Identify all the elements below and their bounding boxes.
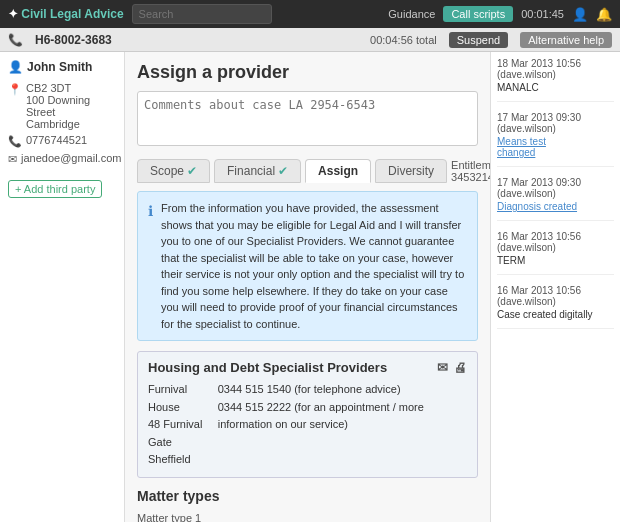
- history-text-5: Case created digitally: [497, 309, 614, 320]
- provider-box: Housing and Debt Specialist Providers ✉ …: [137, 351, 478, 478]
- search-input[interactable]: [132, 4, 272, 24]
- tab-diversity[interactable]: Diversity: [375, 159, 447, 183]
- email-icon: ✉: [8, 153, 17, 166]
- history-entry-2: 17 Mar 2013 09:30 (dave.wilson) Means te…: [497, 112, 614, 167]
- client-email: ✉ janedoe@gmail.com: [8, 152, 116, 166]
- history-entry-1: 18 Mar 2013 10:56 (dave.wilson) MANALC: [497, 58, 614, 102]
- phone-icon: 📞: [8, 135, 22, 148]
- timer-display: 00:01:45: [521, 8, 564, 20]
- client-phone: 📞 0776744521: [8, 134, 116, 148]
- total-timer: 00:04:56 total: [370, 34, 437, 46]
- user-icon[interactable]: 👤: [572, 7, 588, 22]
- tab-assign[interactable]: Assign: [305, 159, 371, 183]
- history-link-2[interactable]: Means testchanged: [497, 136, 614, 158]
- provider-details: Furnival House 48 Furnival Gate Sheffiel…: [148, 381, 467, 469]
- page-title: Assign a provider: [137, 62, 478, 83]
- history-date-4: 16 Mar 2013 10:56 (dave.wilson): [497, 231, 614, 253]
- history-date-5: 16 Mar 2013 10:56 (dave.wilson): [497, 285, 614, 307]
- left-sidebar: 👤 John Smith 📍 CB2 3DT 100 Downing Stree…: [0, 52, 125, 522]
- main-layout: 👤 John Smith 📍 CB2 3DT 100 Downing Stree…: [0, 52, 620, 522]
- comment-textarea[interactable]: [137, 91, 478, 146]
- case-id: H6-8002-3683: [35, 33, 112, 47]
- info-text: From the information you have provided, …: [161, 200, 467, 332]
- tab-bar: Scope✔ Financial✔ Assign Diversity Entit…: [137, 159, 478, 183]
- client-name: 👤 John Smith: [8, 60, 116, 74]
- info-box: ℹ From the information you have provided…: [137, 191, 478, 341]
- provider-title: Housing and Debt Specialist Providers ✉ …: [148, 360, 467, 375]
- notifications-icon[interactable]: 🔔: [596, 7, 612, 22]
- app-logo: ✦ Civil Legal Advice: [8, 7, 124, 21]
- suspend-button[interactable]: Suspend: [449, 32, 508, 48]
- history-date-1: 18 Mar 2013 10:56 (dave.wilson): [497, 58, 614, 80]
- history-text-1: MANALC: [497, 82, 614, 93]
- alternative-help-button[interactable]: Alternative help: [520, 32, 612, 48]
- provider-actions: ✉ 🖨: [437, 360, 467, 375]
- history-text-4: TERM: [497, 255, 614, 266]
- financial-check-icon: ✔: [278, 164, 288, 178]
- provider-email-icon[interactable]: ✉: [437, 360, 448, 375]
- phone-icon: 📞: [8, 33, 23, 47]
- nav-right: Guidance Call scripts 00:01:45 👤 🔔: [388, 6, 612, 22]
- right-sidebar: 18 Mar 2013 10:56 (dave.wilson) MANALC 1…: [490, 52, 620, 522]
- history-date-2: 17 Mar 2013 09:30 (dave.wilson): [497, 112, 614, 134]
- add-third-party-button[interactable]: + Add third party: [8, 180, 102, 198]
- top-navigation: ✦ Civil Legal Advice Guidance Call scrip…: [0, 0, 620, 28]
- provider-phone: 0344 515 1540 (for telephone advice) 034…: [218, 381, 467, 469]
- call-scripts-button[interactable]: Call scripts: [443, 6, 513, 22]
- history-link-3[interactable]: Diagnosis created: [497, 201, 614, 212]
- matter-type-1-label: Matter type 1: [137, 512, 478, 522]
- location-icon: 📍: [8, 83, 22, 96]
- case-bar: 📞 H6-8002-3683 00:04:56 total Suspend Al…: [0, 28, 620, 52]
- history-entry-5: 16 Mar 2013 10:56 (dave.wilson) Case cre…: [497, 285, 614, 329]
- history-entry-4: 16 Mar 2013 10:56 (dave.wilson) TERM: [497, 231, 614, 275]
- provider-print-icon[interactable]: 🖨: [454, 360, 467, 375]
- provider-address: Furnival House 48 Furnival Gate Sheffiel…: [148, 381, 208, 469]
- tab-financial[interactable]: Financial✔: [214, 159, 301, 183]
- matter-types-title: Matter types: [137, 488, 478, 504]
- history-date-3: 17 Mar 2013 09:30 (dave.wilson): [497, 177, 614, 199]
- search-box[interactable]: [132, 4, 272, 24]
- history-entry-3: 17 Mar 2013 09:30 (dave.wilson) Diagnosi…: [497, 177, 614, 221]
- scope-check-icon: ✔: [187, 164, 197, 178]
- center-content: Assign a provider Scope✔ Financial✔ Assi…: [125, 52, 490, 522]
- guidance-link[interactable]: Guidance: [388, 8, 435, 20]
- entitlement-label: Entitlement: 3453214: [451, 159, 490, 183]
- person-icon: 👤: [8, 60, 23, 74]
- info-icon: ℹ: [148, 201, 153, 332]
- tab-scope[interactable]: Scope✔: [137, 159, 210, 183]
- client-address: 📍 CB2 3DT 100 Downing Street Cambridge: [8, 82, 116, 130]
